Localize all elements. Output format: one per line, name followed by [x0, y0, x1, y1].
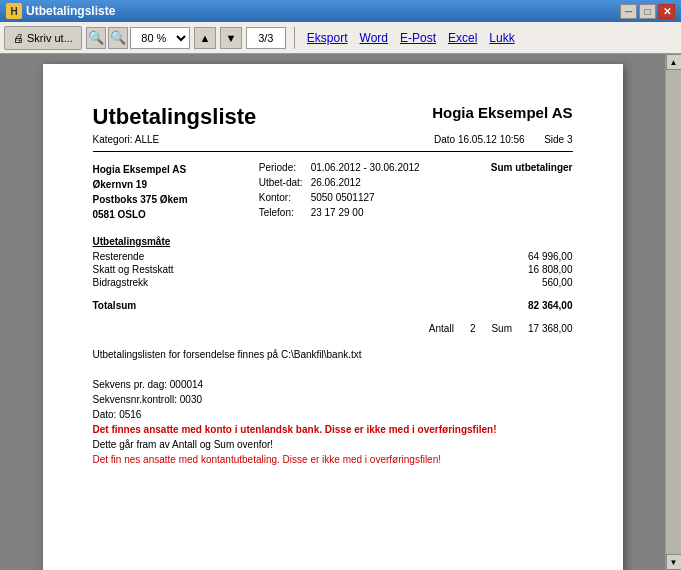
- note-1: Utbetalingslisten for forsendelse finnes…: [93, 348, 573, 362]
- zoom-out-button[interactable]: 🔍: [86, 27, 106, 49]
- kontor-label: Kontor:: [259, 192, 303, 207]
- scroll-down-button[interactable]: ▼: [666, 554, 682, 570]
- email-button[interactable]: E-Post: [396, 31, 440, 45]
- address-line3: Postboks 375 Økem: [93, 192, 188, 207]
- main-area: Utbetalingsliste Hogia Eksempel AS Kateg…: [0, 54, 681, 570]
- telefon-label: Telefon:: [259, 207, 303, 222]
- sum-val: 17 368,00: [528, 323, 573, 334]
- doc-divider: [93, 151, 573, 152]
- toolbar-separator: [294, 27, 295, 49]
- payment-row-2: Skatt og Restskatt 16 808,00: [93, 264, 573, 275]
- antall-val: 2: [470, 323, 476, 334]
- note-spacer: [93, 363, 573, 377]
- total-amount: 82 364,00: [493, 300, 573, 311]
- payment-label-3: Bidragstrekk: [93, 277, 149, 288]
- payment-label-1: Resterende: [93, 251, 145, 262]
- telefon-val: 23 17 29 00: [311, 207, 420, 222]
- toolbar: 🖨 Skriv ut... 🔍 🔍 80 % 100 % 120 % ▲ ▼ E…: [0, 22, 681, 54]
- payments-section-label: Utbetalingsmåte: [93, 236, 573, 247]
- payment-amount-1: 64 996,00: [493, 251, 573, 262]
- address-line2: Økernvn 19: [93, 177, 188, 192]
- export-button[interactable]: Eksport: [303, 31, 352, 45]
- notes-section: Utbetalingslisten for forsendelse finnes…: [93, 348, 573, 467]
- doc-company: Hogia Eksempel AS: [432, 104, 572, 121]
- app-icon: H: [6, 3, 22, 19]
- antall-label: Antall: [429, 323, 454, 334]
- payment-amount-3: 560,00: [493, 277, 573, 288]
- sum-header: Sum utbetalinger: [491, 162, 573, 222]
- close-button[interactable]: Lukk: [485, 31, 518, 45]
- doc-header: Utbetalingsliste Hogia Eksempel AS: [93, 104, 573, 130]
- payment-label-2: Skatt og Restskatt: [93, 264, 174, 275]
- periode-val: 01.06.2012 - 30.06.2012: [311, 162, 420, 177]
- payment-row-1: Resterende 64 996,00: [93, 251, 573, 262]
- page-input[interactable]: [246, 27, 286, 49]
- utbet-label: Utbet-dat:: [259, 177, 303, 192]
- details-labels: Periode: 01.06.2012 - 30.06.2012 Utbet-d…: [259, 162, 420, 222]
- maximize-button[interactable]: □: [639, 4, 656, 19]
- address-line1: Hogia Eksempel AS: [93, 162, 188, 177]
- note-7: Det fin nes ansatte med kontantutbetalin…: [93, 453, 573, 467]
- close-window-button[interactable]: ✕: [658, 4, 675, 19]
- zoom-select[interactable]: 80 % 100 % 120 %: [130, 27, 190, 49]
- doc-info-section: Hogia Eksempel AS Økernvn 19 Postboks 37…: [93, 162, 573, 222]
- payment-amount-2: 16 808,00: [493, 264, 573, 275]
- note-5: Det finnes ansatte med konto i utenlands…: [93, 423, 573, 437]
- print-button[interactable]: 🖨 Skriv ut...: [4, 26, 82, 50]
- zoom-out-icon: 🔍: [88, 30, 104, 45]
- doc-title: Utbetalingsliste: [93, 104, 257, 130]
- excel-button[interactable]: Excel: [444, 31, 481, 45]
- document-page: Utbetalingsliste Hogia Eksempel AS Kateg…: [43, 64, 623, 570]
- total-row: Totalsum 82 364,00: [93, 296, 573, 311]
- address-block: Hogia Eksempel AS Økernvn 19 Postboks 37…: [93, 162, 188, 222]
- zoom-in-button[interactable]: 🔍: [108, 27, 128, 49]
- title-bar-controls: ─ □ ✕: [620, 4, 675, 19]
- kontor-val: 5050 0501127: [311, 192, 420, 207]
- scrollbar-vertical[interactable]: ▲ ▼: [665, 54, 681, 570]
- note-3: Sekvensnr.kontroll: 0030: [93, 393, 573, 407]
- total-label: Totalsum: [93, 300, 137, 311]
- nav-up-button[interactable]: ▲: [194, 27, 216, 49]
- minimize-button[interactable]: ─: [620, 4, 637, 19]
- scroll-track[interactable]: [666, 70, 681, 554]
- document-container: Utbetalingsliste Hogia Eksempel AS Kateg…: [0, 54, 665, 570]
- word-button[interactable]: Word: [356, 31, 392, 45]
- summary-row: Antall 2 Sum 17 368,00: [93, 323, 573, 334]
- periode-label: Periode:: [259, 162, 303, 177]
- scroll-up-button[interactable]: ▲: [666, 54, 682, 70]
- note-4: Dato: 0516: [93, 408, 573, 422]
- utbet-val: 26.06.2012: [311, 177, 420, 192]
- print-icon: 🖨: [13, 32, 24, 44]
- address-line4: 0581 OSLO: [93, 207, 188, 222]
- zoom-in-icon: 🔍: [110, 30, 126, 45]
- category-label: Kategori: ALLE: [93, 134, 160, 145]
- sum-label: Sum: [491, 323, 512, 334]
- note-6: Dette går fram av Antall og Sum ovenfor!: [93, 438, 573, 452]
- payment-row-3: Bidragstrekk 560,00: [93, 277, 573, 288]
- zoom-group: 🔍 🔍 80 % 100 % 120 %: [86, 27, 190, 49]
- nav-down-button[interactable]: ▼: [220, 27, 242, 49]
- payments-section: Utbetalingsmåte Resterende 64 996,00 Ska…: [93, 236, 573, 311]
- title-bar: H Utbetalingsliste ─ □ ✕: [0, 0, 681, 22]
- date-page-label: Dato 16.05.12 10:56 Side 3: [434, 134, 572, 145]
- note-2: Sekvens pr. dag: 000014: [93, 378, 573, 392]
- title-bar-text: Utbetalingsliste: [26, 4, 620, 18]
- doc-sub-row: Kategori: ALLE Dato 16.05.12 10:56 Side …: [93, 134, 573, 145]
